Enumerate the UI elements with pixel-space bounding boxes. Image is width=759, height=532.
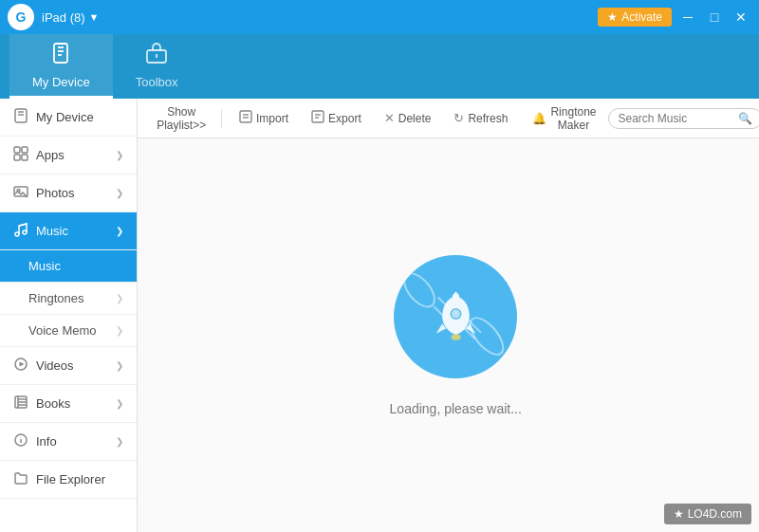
- import-icon: [239, 110, 252, 126]
- search-box: 🔍: [608, 108, 760, 129]
- ringtones-chevron: ❯: [116, 293, 123, 303]
- toolbox-icon: [145, 42, 168, 69]
- activate-label: Activate: [621, 10, 662, 24]
- svg-rect-6: [15, 109, 27, 122]
- sidebar-photos-label: Photos: [36, 186, 74, 200]
- toolbar-divider-1: [221, 109, 222, 128]
- minimize-button[interactable]: ─: [677, 7, 698, 28]
- loading-area: Loading, please wait...: [138, 138, 759, 532]
- svg-line-17: [19, 224, 27, 226]
- voice-memo-label: Voice Memo: [28, 323, 97, 338]
- sidebar: My Device Apps ❯ Ph: [0, 99, 138, 532]
- tab-my-device[interactable]: My Device: [9, 34, 113, 99]
- books-chevron: ❯: [116, 398, 123, 409]
- tab-toolbox[interactable]: Toolbox: [113, 34, 201, 99]
- search-icon: 🔍: [738, 112, 752, 125]
- sidebar-sub-voice-memo[interactable]: Voice Memo ❯: [0, 315, 137, 347]
- svg-rect-28: [240, 111, 251, 122]
- music-chevron: ❯: [116, 226, 123, 236]
- tab-toolbox-label: Toolbox: [136, 75, 178, 89]
- sidebar-music-label: Music: [36, 224, 68, 238]
- photos-icon: [13, 184, 28, 202]
- bell-icon: 🔔: [532, 112, 546, 125]
- refresh-label: Refresh: [468, 112, 508, 125]
- export-icon: [311, 110, 324, 126]
- apps-icon: [13, 146, 28, 164]
- watermark-icon: ★: [674, 507, 684, 521]
- svg-point-27: [21, 437, 22, 438]
- sidebar-info-label: Info: [36, 434, 57, 449]
- title-bar: G iPad (8) ▼ ★ Activate ─ □ ✕: [0, 0, 759, 34]
- import-label: Import: [256, 112, 288, 125]
- ringtone-maker-label: Ringtone Maker: [550, 105, 596, 132]
- svg-rect-10: [22, 147, 28, 153]
- delete-button[interactable]: ✕ Delete: [375, 107, 441, 129]
- sidebar-my-device-label: My Device: [36, 110, 94, 124]
- delete-icon: ✕: [384, 111, 395, 125]
- sidebar-sub-ringtones[interactable]: Ringtones ❯: [0, 283, 137, 315]
- apps-chevron: ❯: [116, 150, 123, 160]
- title-bar-right: ★ Activate ─ □ ✕: [598, 7, 751, 28]
- show-playlist-button[interactable]: Show Playlist>>: [149, 101, 213, 136]
- import-button[interactable]: Import: [230, 106, 298, 130]
- sidebar-books-label: Books: [36, 396, 70, 411]
- delete-label: Delete: [398, 112, 432, 125]
- videos-chevron: ❯: [116, 360, 123, 371]
- sidebar-item-books[interactable]: Books ❯: [0, 385, 137, 423]
- ringtone-maker-button[interactable]: 🔔 Ringtone Maker: [525, 101, 603, 136]
- device-selector[interactable]: iPad (8) ▼: [42, 10, 99, 25]
- sidebar-item-videos[interactable]: Videos ❯: [0, 347, 137, 385]
- sidebar-apps-label: Apps: [36, 148, 65, 162]
- svg-rect-9: [14, 147, 20, 153]
- books-icon: [13, 394, 28, 413]
- file-explorer-icon: [13, 470, 28, 488]
- svg-rect-12: [22, 155, 28, 160]
- music-icon: [13, 222, 28, 240]
- sidebar-item-music[interactable]: Music ❯: [0, 212, 137, 250]
- activate-icon: ★: [607, 10, 618, 24]
- title-bar-left: G iPad (8) ▼: [8, 4, 99, 30]
- activate-button[interactable]: ★ Activate: [598, 8, 672, 27]
- voice-memo-chevron: ❯: [116, 325, 123, 336]
- rocket-illustration: [394, 255, 517, 378]
- watermark: ★ LO4D.com: [664, 504, 751, 524]
- main-layout: My Device Apps ❯ Ph: [0, 99, 759, 532]
- photos-chevron: ❯: [116, 188, 123, 198]
- toolbar: Show Playlist>> Import: [138, 99, 759, 138]
- sidebar-item-apps[interactable]: Apps ❯: [0, 137, 137, 174]
- sidebar-item-file-explorer[interactable]: File Explorer: [0, 461, 137, 499]
- svg-marker-19: [20, 362, 25, 367]
- svg-rect-31: [312, 111, 324, 122]
- sidebar-sub-music[interactable]: Music: [0, 250, 137, 283]
- content: Show Playlist>> Import: [138, 99, 759, 532]
- refresh-icon: ↻: [454, 111, 464, 125]
- music-sub-label: Music: [28, 259, 61, 273]
- sidebar-videos-label: Videos: [36, 358, 74, 373]
- videos-icon: [13, 357, 28, 375]
- svg-point-38: [451, 309, 460, 319]
- svg-rect-11: [14, 155, 20, 160]
- export-label: Export: [328, 112, 361, 125]
- restore-button[interactable]: □: [704, 7, 725, 28]
- svg-rect-0: [54, 44, 67, 63]
- app-logo: G: [8, 4, 34, 30]
- my-device-icon: [49, 42, 72, 69]
- svg-line-37: [470, 321, 481, 333]
- search-input[interactable]: [619, 112, 732, 125]
- watermark-text: LO4D.com: [688, 507, 742, 521]
- logo-text: G: [16, 9, 27, 25]
- sidebar-item-my-device[interactable]: My Device: [0, 99, 137, 137]
- device-label: iPad (8): [42, 10, 85, 25]
- sidebar-item-photos[interactable]: Photos ❯: [0, 174, 137, 212]
- export-button[interactable]: Export: [302, 106, 371, 130]
- sidebar-file-explorer-label: File Explorer: [36, 472, 105, 486]
- info-chevron: ❯: [116, 436, 123, 447]
- ringtones-label: Ringtones: [28, 291, 84, 305]
- svg-point-39: [451, 334, 460, 340]
- rocket-svg: [425, 285, 487, 347]
- nav-tabs: My Device Toolbox: [0, 34, 759, 99]
- close-button[interactable]: ✕: [731, 7, 751, 28]
- refresh-button[interactable]: ↻ Refresh: [444, 107, 517, 129]
- loading-text: Loading, please wait...: [390, 401, 522, 416]
- sidebar-item-info[interactable]: Info ❯: [0, 423, 137, 461]
